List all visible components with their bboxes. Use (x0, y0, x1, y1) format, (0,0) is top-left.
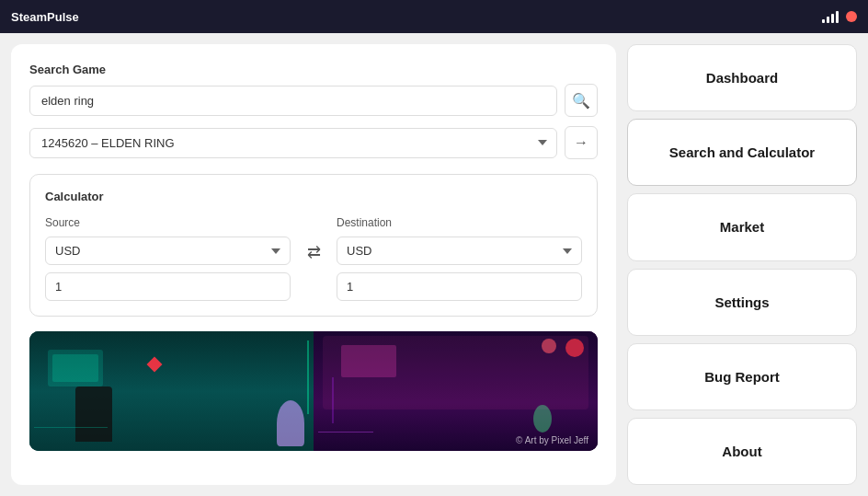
arrow-icon: → (574, 134, 588, 151)
destination-label: Destination (337, 216, 582, 229)
search-label: Search Game (29, 63, 598, 76)
nav-about[interactable]: About (627, 418, 857, 485)
main-layout: Search Game 🔍 1245620 – ELDEN RING → Cal… (0, 33, 868, 496)
calculator-section: Calculator Source USD ⇄ Destination (29, 174, 598, 317)
search-icon: 🔍 (572, 92, 590, 110)
app-title: SteamPulse (11, 10, 79, 24)
source-label: Source (45, 216, 291, 229)
banner-left (29, 331, 314, 451)
search-input[interactable] (29, 86, 557, 116)
left-panel: Search Game 🔍 1245620 – ELDEN RING → Cal… (11, 44, 616, 485)
signal-icon (822, 10, 839, 23)
nav-dashboard[interactable]: Dashboard (627, 44, 857, 111)
titlebar: SteamPulse (0, 0, 868, 33)
window-controls (822, 10, 857, 23)
calc-inputs-row: Source USD ⇄ Destination USD (45, 216, 582, 301)
search-row: 🔍 (29, 84, 598, 117)
search-section: Search Game 🔍 1245620 – ELDEN RING → (29, 63, 598, 159)
source-currency-dropdown[interactable]: USD (45, 236, 291, 265)
nav-bug-report[interactable]: Bug Report (627, 343, 857, 410)
banner-right (314, 331, 598, 451)
destination-col: Destination USD (337, 216, 582, 301)
navigate-button[interactable]: → (565, 126, 598, 159)
game-select-row: 1245620 – ELDEN RING → (29, 126, 598, 159)
source-amount-input[interactable] (45, 272, 291, 301)
close-button[interactable] (846, 11, 857, 22)
nav-search-and-calculator[interactable]: Search and Calculator (627, 119, 857, 186)
banner-credit: © Art by Pixel Jeff (516, 435, 588, 445)
calculator-label: Calculator (45, 190, 582, 203)
source-col: Source USD (45, 216, 291, 301)
right-panel: Dashboard Search and Calculator Market S… (627, 44, 857, 485)
nav-market[interactable]: Market (627, 193, 857, 260)
destination-amount-input[interactable] (337, 272, 582, 301)
swap-button[interactable]: ⇄ (300, 216, 327, 262)
swap-icon: ⇄ (307, 242, 321, 262)
banner-image: © Art by Pixel Jeff (29, 331, 598, 451)
destination-currency-dropdown[interactable]: USD (337, 236, 582, 265)
search-button[interactable]: 🔍 (565, 84, 598, 117)
game-dropdown[interactable]: 1245620 – ELDEN RING (29, 128, 557, 158)
nav-settings[interactable]: Settings (627, 269, 857, 336)
